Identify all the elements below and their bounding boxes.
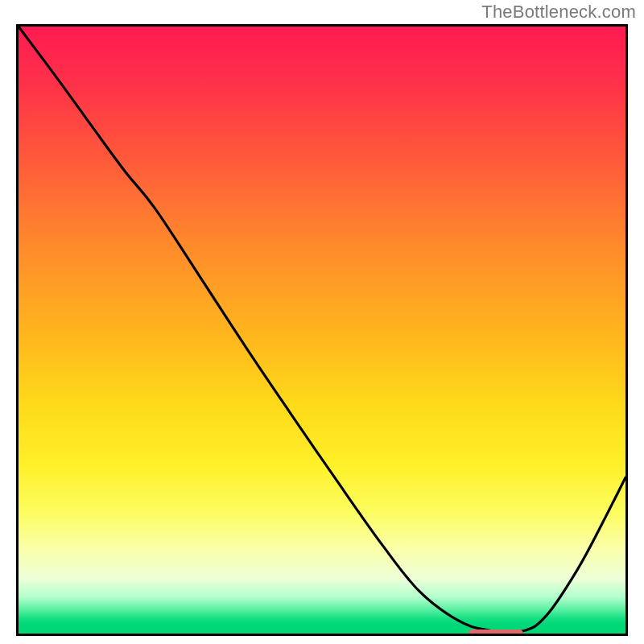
chart-curve [19, 27, 625, 634]
watermark-label: TheBottleneck.com [481, 2, 636, 23]
minimum-marker [469, 630, 523, 636]
chart-frame [16, 24, 628, 636]
